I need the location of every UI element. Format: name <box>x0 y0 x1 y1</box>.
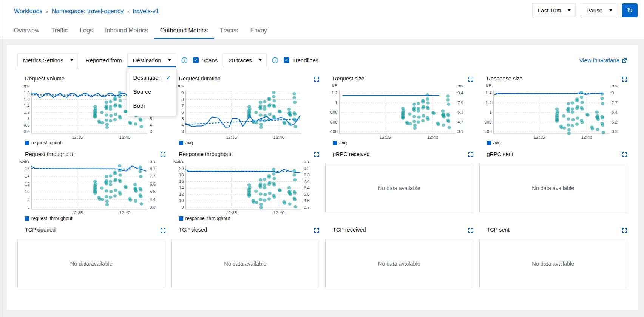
svg-text:12:40: 12:40 <box>119 211 131 215</box>
traces-count-dropdown[interactable]: 20 traces <box>223 53 267 67</box>
tab-outbound-metrics[interactable]: Outbound Metrics <box>154 22 214 39</box>
expand-icon[interactable] <box>468 76 473 83</box>
svg-text:6.4: 6.4 <box>304 186 310 190</box>
metrics-settings-dropdown[interactable]: Metrics Settings <box>17 53 78 67</box>
expand-icon[interactable] <box>622 227 627 234</box>
reported-from-menu: Destination ✓ Source Both <box>127 68 176 116</box>
no-data-text: No data available <box>378 261 420 267</box>
breadcrumb-workload[interactable]: travels-v1 <box>133 8 159 15</box>
svg-text:7: 7 <box>181 104 184 108</box>
chart-grpc-sent: gRPC sentNo data available <box>479 151 627 221</box>
tab-traces[interactable]: Traces <box>214 22 244 39</box>
traces-count-value: 20 traces <box>229 57 252 63</box>
tab-inbound-metrics[interactable]: Inbound Metrics <box>99 22 154 39</box>
svg-text:12:40: 12:40 <box>119 135 131 139</box>
svg-text:10: 10 <box>25 190 30 194</box>
chevron-down-icon <box>259 59 262 61</box>
svg-text:7.9: 7.9 <box>457 101 463 105</box>
svg-text:3: 3 <box>181 130 184 134</box>
svg-text:12:35: 12:35 <box>225 211 237 215</box>
reported-from-value: Destination <box>133 57 161 63</box>
no-data-box: No data available <box>171 240 320 288</box>
trendlines-checkbox[interactable]: ✓ <box>284 57 289 63</box>
svg-text:8: 8 <box>181 97 184 102</box>
svg-text:7.7: 7.7 <box>150 174 156 178</box>
reported-from-dropdown[interactable]: Destination <box>127 53 176 67</box>
menu-item-destination[interactable]: Destination ✓ <box>127 71 176 85</box>
duration-dropdown[interactable]: Last 10m <box>532 3 576 17</box>
tab-envoy[interactable]: Envoy <box>244 22 273 39</box>
chart-title-request-throughput: Request throughput <box>25 151 73 157</box>
refresh-button[interactable]: ↻ <box>622 3 638 17</box>
svg-text:6.6: 6.6 <box>150 182 156 186</box>
no-data-box: No data available <box>17 240 165 288</box>
svg-text:1.2: 1.2 <box>485 101 491 105</box>
spans-checkbox[interactable]: ✓ <box>193 57 199 63</box>
no-data-box: No data available <box>325 164 473 212</box>
tab-logs[interactable]: Logs <box>74 22 99 39</box>
view-in-grafana-link[interactable]: View in Grafana <box>579 57 627 63</box>
chart-request-size: Request sizekBms1.218006004009.47.96.34.… <box>325 76 473 145</box>
legend-label: avg <box>185 140 193 145</box>
check-icon: ✓ <box>166 75 171 81</box>
chart-plot-response-size: kBms1.41.2180060097.76.45.23.912:3512:40 <box>479 83 627 140</box>
chart-response-throughput: Response throughputkbit/sms2018161412108… <box>171 151 320 221</box>
tab-overview[interactable]: Overview <box>8 22 45 39</box>
svg-text:1: 1 <box>489 110 491 114</box>
expand-icon[interactable] <box>161 152 165 159</box>
trendlines-checkbox-group[interactable]: ✓ Trendlines <box>284 57 318 63</box>
svg-text:0.8: 0.8 <box>24 123 30 127</box>
refresh-mode-dropdown[interactable]: Pause <box>581 3 617 17</box>
legend-swatch <box>487 141 491 145</box>
menu-item-both[interactable]: Both <box>127 99 176 113</box>
svg-text:5.5: 5.5 <box>150 190 156 194</box>
svg-text:ms: ms <box>178 84 184 88</box>
chart-title-tcp-received: TCP received <box>333 227 366 233</box>
chart-title-grpc-received: gRPC received <box>333 151 370 157</box>
svg-text:20: 20 <box>179 167 184 171</box>
svg-text:12: 12 <box>25 182 30 186</box>
breadcrumb-namespace[interactable]: Namespace: travel-agency <box>52 8 124 15</box>
svg-text:400: 400 <box>330 130 338 134</box>
spans-checkbox-group[interactable]: ✓ Spans <box>193 57 218 63</box>
expand-icon[interactable] <box>314 227 319 234</box>
legend-swatch <box>25 141 29 145</box>
menu-item-label: Source <box>133 88 151 95</box>
svg-text:600: 600 <box>330 120 338 124</box>
svg-text:1: 1 <box>27 117 29 121</box>
expand-icon[interactable] <box>468 152 473 159</box>
menu-item-source[interactable]: Source <box>127 85 176 99</box>
header-controls: Last 10m Pause ↻ <box>532 3 638 17</box>
svg-text:3.9: 3.9 <box>612 130 618 134</box>
chart-plot-request-duration: ms987654312:3512:40 <box>171 83 320 140</box>
breadcrumb-workloads[interactable]: Workloads <box>14 8 42 15</box>
tab-traffic[interactable]: Traffic <box>45 22 74 39</box>
no-data-text: No data available <box>532 185 574 191</box>
expand-icon[interactable] <box>622 152 627 159</box>
svg-text:9.2: 9.2 <box>304 167 310 171</box>
svg-text:12:35: 12:35 <box>225 135 237 139</box>
svg-text:ops: ops <box>22 84 29 88</box>
svg-text:5: 5 <box>181 117 184 121</box>
svg-text:1.2: 1.2 <box>24 110 30 114</box>
chart-legend: avg <box>479 140 627 145</box>
chevron-down-icon <box>609 9 612 11</box>
chart-title-response-size: Response size <box>487 76 523 82</box>
svg-text:9.4: 9.4 <box>457 91 463 95</box>
expand-icon[interactable] <box>314 152 319 159</box>
info-icon[interactable] <box>181 57 188 63</box>
svg-text:1.8: 1.8 <box>24 91 30 95</box>
svg-text:16: 16 <box>179 179 184 184</box>
svg-text:6.3: 6.3 <box>457 110 463 114</box>
svg-text:0.6: 0.6 <box>24 130 30 134</box>
svg-text:600: 600 <box>484 130 491 134</box>
expand-icon[interactable] <box>314 76 319 83</box>
expand-icon[interactable] <box>161 227 165 234</box>
expand-icon[interactable] <box>468 227 473 234</box>
svg-text:ms: ms <box>150 159 156 164</box>
reported-from-wrapper: Destination Destination ✓ Source Both <box>127 53 176 67</box>
expand-icon[interactable] <box>622 76 627 83</box>
info-icon[interactable] <box>272 57 278 63</box>
svg-text:12:35: 12:35 <box>72 211 83 215</box>
svg-text:4: 4 <box>150 123 152 127</box>
